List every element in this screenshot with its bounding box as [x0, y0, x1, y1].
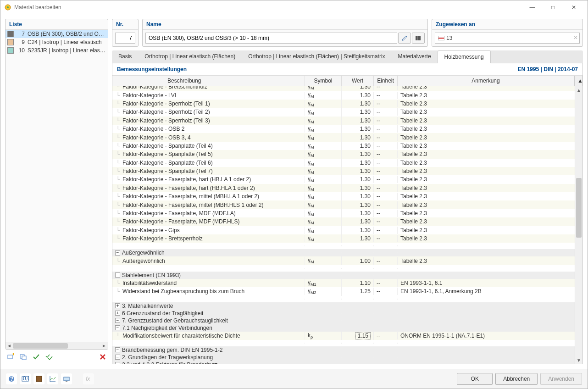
- row-value[interactable]: 1.30: [342, 193, 374, 200]
- view-button[interactable]: [61, 373, 72, 384]
- row-value[interactable]: 1.25: [342, 288, 374, 295]
- new-item-button[interactable]: ✦: [5, 351, 16, 362]
- data-row[interactable]: └Faktor-Kategorie - Faserplatte, hart (H…: [112, 175, 582, 183]
- expand-icon[interactable]: −: [115, 318, 120, 323]
- row-value[interactable]: 1.15: [342, 332, 374, 340]
- tab[interactable]: Orthotrop | Linear elastisch (Flächen) |…: [242, 50, 391, 63]
- data-row[interactable]: └Außergewöhnlich γM 1.00 -- Tabelle 2.3: [112, 256, 582, 265]
- tab[interactable]: Orthotrop | Linear elastisch (Flächen): [138, 50, 242, 63]
- expand-icon[interactable]: −: [115, 362, 120, 364]
- copy-item-button[interactable]: [18, 351, 29, 362]
- tree-header-row[interactable]: −2. Grundlagen der Tragwerksplanung: [112, 354, 582, 361]
- data-row[interactable]: └Faktor-Kategorie - Faserplatte, mittel …: [112, 192, 582, 200]
- liste-item[interactable]: 9 C24 | Isotrop | Linear elastisch: [6, 38, 108, 46]
- data-row[interactable]: └Faktor-Kategorie - Spanplatte (Teil 4) …: [112, 142, 582, 150]
- data-row[interactable]: └Faktor-Kategorie - Faserplatte, mittel …: [112, 200, 582, 209]
- data-row[interactable]: └Widerstand bei Zugbeanspruchung bis zum…: [112, 287, 582, 295]
- row-value[interactable]: 1.30: [342, 100, 374, 107]
- row-value[interactable]: 1.30: [342, 108, 374, 116]
- library-button[interactable]: [412, 33, 425, 44]
- tree-header-row[interactable]: −7. Grenzzustand der Gebrauchstauglichke…: [112, 317, 582, 324]
- zuge-input[interactable]: 13: [435, 33, 580, 44]
- row-value[interactable]: 1.30: [342, 159, 374, 167]
- tree-header-row[interactable]: −7.1 Nachgiebigkeit der Verbindungen: [112, 324, 582, 332]
- minimize-button[interactable]: —: [522, 1, 543, 14]
- row-value[interactable]: 1.30: [342, 176, 374, 183]
- data-row[interactable]: └Faktor-Kategorie - Sperrholz (Teil 2) γ…: [112, 108, 582, 116]
- row-value[interactable]: 1.30: [342, 210, 374, 217]
- tree-header-row[interactable]: +6 Grenzzustand der Tragfähigkeit: [112, 310, 582, 317]
- data-row[interactable]: └Faktor-Kategorie - LVL γM 1.30 -- Tabel…: [112, 91, 582, 99]
- data-row[interactable]: └Faktor-Kategorie - Sperrholz (Teil 3) γ…: [112, 117, 582, 125]
- maximize-button[interactable]: □: [543, 1, 563, 14]
- clear-assign-button[interactable]: ✕: [573, 34, 578, 41]
- expand-icon[interactable]: −: [115, 347, 120, 352]
- data-row[interactable]: └Faktor-Kategorie - Brettschichtholz γM …: [112, 86, 582, 91]
- delete-button[interactable]: [97, 351, 108, 362]
- close-button[interactable]: ✕: [563, 1, 584, 14]
- data-row[interactable]: └Faktor-Kategorie - Faserplatte, MDF (MD…: [112, 209, 582, 217]
- tree-header-row[interactable]: +3. Materialkennwerte: [112, 302, 582, 310]
- expand-icon[interactable]: −: [115, 250, 120, 256]
- row-value[interactable]: 1.30: [342, 150, 374, 158]
- expand-icon[interactable]: −: [115, 272, 120, 278]
- row-value[interactable]: 1.30: [342, 86, 374, 90]
- row-value[interactable]: 1.30: [342, 117, 374, 124]
- tab[interactable]: Holzbemessung: [438, 50, 491, 63]
- tree-header-row[interactable]: −Stahlelement (EN 1993): [112, 272, 582, 279]
- row-value[interactable]: 1.00: [342, 257, 374, 265]
- row-value[interactable]: 1.30: [342, 92, 374, 99]
- check-multi-button[interactable]: [44, 351, 55, 362]
- expand-icon[interactable]: +: [115, 311, 120, 316]
- row-value[interactable]: 1.30: [342, 201, 374, 209]
- row-value[interactable]: 1.30: [342, 184, 374, 192]
- row-value[interactable]: 1.30: [342, 134, 374, 141]
- data-row[interactable]: └Faktor-Kategorie - Brettsperrholz γM 1.…: [112, 234, 582, 243]
- row-value[interactable]: 1.30: [342, 125, 374, 133]
- row-value[interactable]: 1.30: [342, 227, 374, 234]
- help-button[interactable]: ?: [6, 373, 17, 384]
- data-row[interactable]: └Faktor-Kategorie - Spanplatte (Teil 5) …: [112, 150, 582, 158]
- data-row[interactable]: └Faktor-Kategorie - Gips γM 1.30 -- Tabe…: [112, 226, 582, 234]
- liste-item-text: C24 | Isotrop | Linear elastisch: [28, 39, 106, 45]
- data-row[interactable]: └Faktor-Kategorie - OSB 3, 4 γM 1.30 -- …: [112, 133, 582, 141]
- check-single-button[interactable]: [31, 351, 42, 362]
- tab[interactable]: Basis: [112, 50, 138, 63]
- expand-icon[interactable]: −: [115, 325, 120, 330]
- liste-hscroll[interactable]: ◄ ►: [6, 342, 108, 349]
- units-button[interactable]: 0,00: [20, 373, 31, 384]
- data-row[interactable]: └Faktor-Kategorie - Faserplatte, MDF (MD…: [112, 217, 582, 226]
- function-button[interactable]: fx: [83, 373, 94, 384]
- name-input[interactable]: [145, 33, 397, 44]
- apply-button[interactable]: Anwenden: [540, 373, 582, 385]
- color-button[interactable]: [33, 373, 44, 384]
- tree-header-row[interactable]: −Brandbemessung gem. DIN EN 1995-1-2: [112, 346, 582, 354]
- expand-icon[interactable]: −: [115, 355, 120, 360]
- diagram-button[interactable]: [47, 373, 58, 384]
- edit-name-button[interactable]: [398, 33, 411, 44]
- row-value[interactable]: 1.30: [342, 218, 374, 225]
- row-value[interactable]: 1.30: [342, 235, 374, 242]
- tree-header-row[interactable]: −2.3 und 4.2.2 Faktoren für Brandschutz: [112, 361, 582, 364]
- data-row[interactable]: └Faktor-Kategorie - Sperrholz (Teil 1) γ…: [112, 100, 582, 108]
- grid-body[interactable]: └Faktor-Kategorie - Brettschichtholz γM …: [112, 86, 582, 364]
- ok-button[interactable]: OK: [457, 373, 493, 385]
- data-row[interactable]: └Faktor-Kategorie - Spanplatte (Teil 6) …: [112, 159, 582, 167]
- liste-item-text: OSB (EN 300), OSB/2 und OSB/3 (> 10: [28, 31, 106, 37]
- liste-item[interactable]: 7 OSB (EN 300), OSB/2 und OSB/3 (> 10: [6, 30, 108, 38]
- data-row[interactable]: └Instabilitätswiderstand γM1 1.10 -- EN …: [112, 279, 582, 287]
- nr-input[interactable]: [115, 33, 135, 44]
- data-row[interactable]: └Faktor-Kategorie - Spanplatte (Teil 7) …: [112, 167, 582, 175]
- row-value[interactable]: 1.30: [342, 167, 374, 175]
- data-row[interactable]: └Modifikationsbeiwert für charakteristis…: [112, 332, 582, 340]
- data-row[interactable]: └Faktor-Kategorie - Faserplatte, hart (H…: [112, 184, 582, 192]
- row-value[interactable]: 1.10: [342, 279, 374, 287]
- tree-header-row[interactable]: −Außergewöhnlich: [112, 249, 582, 256]
- expand-icon[interactable]: +: [115, 303, 120, 308]
- grid-vscroll[interactable]: ▲ ▼: [575, 86, 582, 364]
- tab[interactable]: Materialwerte: [392, 50, 438, 63]
- liste-item[interactable]: 10 S235JR | Isotrop | Linear elastisch: [6, 46, 108, 55]
- cancel-button[interactable]: Abbrechen: [495, 373, 538, 385]
- data-row[interactable]: └Faktor-Kategorie - OSB 2 γM 1.30 -- Tab…: [112, 125, 582, 133]
- row-value[interactable]: 1.30: [342, 142, 374, 150]
